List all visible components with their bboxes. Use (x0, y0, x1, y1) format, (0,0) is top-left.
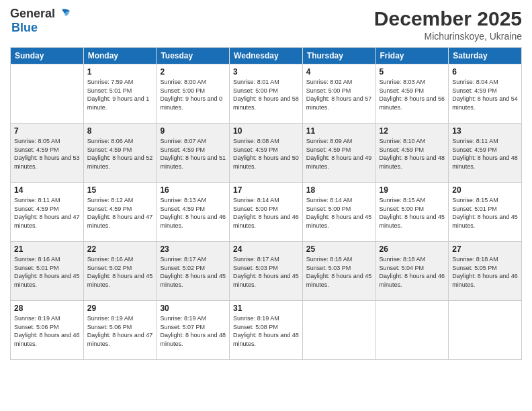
header-friday: Friday (375, 48, 449, 64)
table-row: 26Sunrise: 8:18 AMSunset: 5:04 PMDayligh… (375, 242, 449, 301)
table-row: 25Sunrise: 8:18 AMSunset: 5:03 PMDayligh… (302, 242, 375, 301)
table-row: 17Sunrise: 8:14 AMSunset: 5:00 PMDayligh… (230, 183, 303, 242)
day-number: 19 (380, 185, 445, 195)
day-info: Sunrise: 8:05 AMSunset: 4:59 PMDaylight:… (14, 137, 80, 171)
table-row: 21Sunrise: 8:16 AMSunset: 5:01 PMDayligh… (11, 242, 84, 301)
day-number: 15 (87, 185, 153, 195)
day-number: 10 (233, 126, 299, 136)
location-title: Michurinskoye, Ukraine (374, 31, 522, 42)
calendar-week-row: 7Sunrise: 8:05 AMSunset: 4:59 PMDaylight… (11, 124, 522, 183)
day-info: Sunrise: 8:18 AMSunset: 5:03 PMDaylight:… (306, 255, 372, 289)
calendar-week-row: 14Sunrise: 8:11 AMSunset: 4:59 PMDayligh… (11, 183, 522, 242)
day-info: Sunrise: 8:14 AMSunset: 5:00 PMDaylight:… (233, 196, 299, 230)
table-row: 19Sunrise: 8:15 AMSunset: 5:00 PMDayligh… (375, 183, 449, 242)
day-info: Sunrise: 8:19 AMSunset: 5:07 PMDaylight:… (160, 314, 226, 348)
table-row: 9Sunrise: 8:07 AMSunset: 4:59 PMDaylight… (157, 124, 230, 183)
day-number: 17 (233, 185, 299, 195)
day-info: Sunrise: 8:08 AMSunset: 4:59 PMDaylight:… (233, 137, 299, 171)
table-row: 22Sunrise: 8:16 AMSunset: 5:02 PMDayligh… (83, 242, 157, 301)
day-number: 14 (14, 185, 80, 195)
day-info: Sunrise: 8:18 AMSunset: 5:04 PMDaylight:… (380, 255, 445, 289)
day-info: Sunrise: 8:01 AMSunset: 5:00 PMDaylight:… (233, 78, 299, 111)
day-info: Sunrise: 8:16 AMSunset: 5:01 PMDaylight:… (14, 255, 80, 289)
title-block: December 2025 Michurinskoye, Ukraine (374, 7, 522, 42)
day-number: 7 (14, 126, 80, 136)
day-info: Sunrise: 8:11 AMSunset: 4:59 PMDaylight:… (452, 137, 518, 171)
day-number: 28 (14, 304, 80, 313)
day-number: 18 (306, 185, 372, 195)
table-row (11, 64, 84, 124)
table-row: 8Sunrise: 8:06 AMSunset: 4:59 PMDaylight… (83, 124, 157, 183)
table-row: 7Sunrise: 8:05 AMSunset: 4:59 PMDaylight… (11, 124, 84, 183)
day-info: Sunrise: 7:59 AMSunset: 5:01 PMDaylight:… (87, 78, 153, 111)
day-number: 30 (160, 304, 226, 313)
day-info: Sunrise: 8:09 AMSunset: 4:59 PMDaylight:… (306, 137, 372, 171)
day-info: Sunrise: 8:07 AMSunset: 4:59 PMDaylight:… (160, 137, 226, 171)
day-number: 11 (306, 126, 372, 136)
table-row: 4Sunrise: 8:02 AMSunset: 5:00 PMDaylight… (302, 64, 375, 124)
day-info: Sunrise: 8:13 AMSunset: 4:59 PMDaylight:… (160, 196, 226, 230)
day-number: 31 (233, 304, 299, 313)
logo-blue-text: Blue (11, 21, 38, 35)
day-info: Sunrise: 8:15 AMSunset: 5:00 PMDaylight:… (380, 196, 445, 230)
day-number: 1 (87, 67, 153, 77)
calendar-page: General Blue December 2025 Michurinskoye… (0, 0, 532, 411)
table-row: 3Sunrise: 8:01 AMSunset: 5:00 PMDaylight… (230, 64, 303, 124)
day-info: Sunrise: 8:17 AMSunset: 5:03 PMDaylight:… (233, 255, 299, 289)
day-info: Sunrise: 8:04 AMSunset: 4:59 PMDaylight:… (452, 78, 518, 111)
table-row: 28Sunrise: 8:19 AMSunset: 5:06 PMDayligh… (11, 301, 84, 360)
day-number: 5 (380, 67, 445, 77)
header-tuesday: Tuesday (157, 48, 230, 64)
day-number: 9 (160, 126, 226, 136)
table-row: 6Sunrise: 8:04 AMSunset: 4:59 PMDaylight… (449, 64, 522, 124)
table-row: 2Sunrise: 8:00 AMSunset: 5:00 PMDaylight… (157, 64, 230, 124)
day-info: Sunrise: 8:10 AMSunset: 4:59 PMDaylight:… (380, 137, 445, 171)
calendar-week-row: 21Sunrise: 8:16 AMSunset: 5:01 PMDayligh… (11, 242, 522, 301)
day-info: Sunrise: 8:19 AMSunset: 5:06 PMDaylight:… (14, 314, 80, 348)
day-number: 25 (306, 244, 372, 254)
table-row: 1Sunrise: 7:59 AMSunset: 5:01 PMDaylight… (83, 64, 157, 124)
day-info: Sunrise: 8:15 AMSunset: 5:01 PMDaylight:… (452, 196, 518, 230)
table-row: 5Sunrise: 8:03 AMSunset: 4:59 PMDaylight… (375, 64, 449, 124)
day-info: Sunrise: 8:19 AMSunset: 5:06 PMDaylight:… (87, 314, 153, 348)
table-row: 16Sunrise: 8:13 AMSunset: 4:59 PMDayligh… (157, 183, 230, 242)
day-number: 6 (452, 67, 518, 77)
logo-general-text: General (10, 7, 55, 21)
logo-bird-icon (56, 8, 71, 20)
day-info: Sunrise: 8:18 AMSunset: 5:05 PMDaylight:… (452, 255, 518, 289)
day-number: 21 (14, 244, 80, 254)
calendar-table: Sunday Monday Tuesday Wednesday Thursday… (10, 47, 522, 360)
table-row: 29Sunrise: 8:19 AMSunset: 5:06 PMDayligh… (83, 301, 157, 360)
day-info: Sunrise: 8:19 AMSunset: 5:08 PMDaylight:… (233, 314, 299, 348)
day-info: Sunrise: 8:02 AMSunset: 5:00 PMDaylight:… (306, 78, 372, 111)
day-info: Sunrise: 8:11 AMSunset: 4:59 PMDaylight:… (14, 196, 80, 230)
table-row: 15Sunrise: 8:12 AMSunset: 4:59 PMDayligh… (83, 183, 157, 242)
calendar-header-row: Sunday Monday Tuesday Wednesday Thursday… (11, 48, 522, 64)
header-saturday: Saturday (449, 48, 522, 64)
table-row (449, 301, 522, 360)
calendar-week-row: 28Sunrise: 8:19 AMSunset: 5:06 PMDayligh… (11, 301, 522, 360)
table-row (375, 301, 449, 360)
day-number: 16 (160, 185, 226, 195)
day-number: 24 (233, 244, 299, 254)
table-row: 10Sunrise: 8:08 AMSunset: 4:59 PMDayligh… (230, 124, 303, 183)
table-row: 31Sunrise: 8:19 AMSunset: 5:08 PMDayligh… (230, 301, 303, 360)
day-number: 4 (306, 67, 372, 77)
header-monday: Monday (83, 48, 157, 64)
calendar-week-row: 1Sunrise: 7:59 AMSunset: 5:01 PMDaylight… (11, 64, 522, 124)
table-row: 20Sunrise: 8:15 AMSunset: 5:01 PMDayligh… (449, 183, 522, 242)
day-info: Sunrise: 8:00 AMSunset: 5:00 PMDaylight:… (160, 78, 226, 111)
header-thursday: Thursday (302, 48, 375, 64)
header-wednesday: Wednesday (230, 48, 303, 64)
day-info: Sunrise: 8:12 AMSunset: 4:59 PMDaylight:… (87, 196, 153, 230)
table-row (302, 301, 375, 360)
table-row: 13Sunrise: 8:11 AMSunset: 4:59 PMDayligh… (449, 124, 522, 183)
day-number: 29 (87, 304, 153, 313)
table-row: 30Sunrise: 8:19 AMSunset: 5:07 PMDayligh… (157, 301, 230, 360)
day-info: Sunrise: 8:03 AMSunset: 4:59 PMDaylight:… (380, 78, 445, 111)
day-number: 2 (160, 67, 226, 77)
day-info: Sunrise: 8:06 AMSunset: 4:59 PMDaylight:… (87, 137, 153, 171)
day-number: 27 (452, 244, 518, 254)
day-number: 20 (452, 185, 518, 195)
day-number: 12 (380, 126, 445, 136)
